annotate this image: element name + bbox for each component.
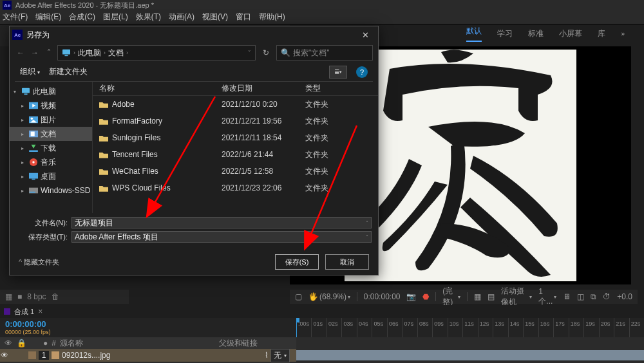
caret-right-icon[interactable]: ▸ — [21, 174, 26, 180]
status-snapshot-icon[interactable]: 📷 — [406, 292, 416, 301]
layer-label-swatch[interactable] — [28, 351, 36, 359]
status-mouse-icon[interactable]: ▢ — [295, 292, 302, 301]
hide-folders-toggle[interactable]: 隐藏文件夹 — [19, 257, 59, 267]
file-list-row[interactable]: WPS Cloud Files2021/12/23 22:06文件夹 — [93, 180, 378, 196]
savetype-dropdown[interactable]: Adobe After Effects 项目 ˅ — [71, 231, 372, 243]
caret-right-icon[interactable]: ▸ — [21, 117, 26, 123]
nav-back-icon[interactable]: ← — [15, 48, 26, 57]
comp-tab-close-icon[interactable]: × — [38, 307, 43, 316]
view-mode-button[interactable]: ≣ ▾ — [329, 66, 347, 79]
chevron-down-icon[interactable]: ˅ — [366, 220, 368, 226]
layer-row-1[interactable]: 👁 1 092012s....jpg ⌇ 无 ▾ — [0, 349, 296, 362]
status-channel-icon[interactable]: ⬣ — [422, 292, 429, 301]
svg-point-15 — [32, 161, 34, 163]
dialog-titlebar: Ae 另存为 ✕ — [10, 26, 378, 43]
path-pc[interactable]: 此电脑 — [78, 48, 101, 59]
status-camera[interactable]: 活动摄像机▾ — [501, 286, 532, 308]
ws-tab-learn[interactable]: 学习 — [497, 28, 513, 39]
status-tool1-icon[interactable]: 🖥 — [563, 292, 571, 301]
status-timecode[interactable]: 0:00:00:00 — [364, 292, 401, 301]
col-type[interactable]: 类型 — [305, 83, 378, 94]
ruler-tick: 16s — [538, 318, 553, 337]
newfolder-button[interactable]: 新建文件夹 — [49, 66, 88, 77]
file-list-header: 名称 修改日期 类型 — [93, 82, 378, 96]
col-date[interactable]: 修改日期 — [222, 83, 305, 94]
file-list-row[interactable]: Adobe2021/12/10 0:20文件夹 — [93, 96, 378, 113]
tree-videos[interactable]: ▸视频 — [10, 98, 92, 113]
timeline-track-area[interactable] — [296, 337, 644, 363]
menu-layer[interactable]: 图层(L) — [103, 12, 128, 23]
status-tool3-icon[interactable]: ⧉ — [591, 292, 596, 301]
layer-bar[interactable] — [296, 350, 644, 360]
file-list-row[interactable]: WeChat Files2022/1/5 12:58文件夹 — [93, 163, 378, 180]
chevron-down-icon[interactable]: ˅ — [366, 234, 368, 240]
menu-file[interactable]: 文件(F) — [3, 12, 28, 23]
path-docs[interactable]: 文档 — [108, 48, 124, 59]
footer-icon2[interactable]: ■ — [17, 292, 22, 301]
status-clock-icon[interactable]: ⏱ — [603, 292, 611, 301]
caret-right-icon[interactable]: ▸ — [21, 103, 26, 109]
ruler-tick: 05s — [372, 318, 386, 337]
tree-drive[interactable]: ▸Windows-SSD — [10, 183, 92, 198]
tree-downloads[interactable]: ▸下载 — [10, 141, 92, 155]
menu-comp[interactable]: 合成(C) — [69, 12, 95, 23]
layer-eye-icon[interactable]: 👁 — [0, 351, 9, 360]
cancel-button[interactable]: 取消 — [325, 254, 369, 270]
file-list-row[interactable]: FormatFactory2021/12/21 19:56文件夹 — [93, 113, 378, 129]
menu-anim[interactable]: 动画(A) — [169, 12, 194, 23]
file-list-row[interactable]: Sunlogin Files2021/12/11 18:54文件夹 — [93, 129, 378, 146]
tree-documents[interactable]: ▸文档 — [10, 127, 92, 141]
menu-edit[interactable]: 编辑(E) — [35, 12, 61, 23]
search-field[interactable]: 🔍 搜索"文档" — [276, 45, 373, 60]
help-button[interactable]: ? — [356, 66, 368, 78]
folder-icon — [99, 135, 108, 142]
status-zoom[interactable]: 🖐(68.9%)▾ — [308, 292, 350, 301]
timeline-timecode[interactable]: 0:00:00:00 — [5, 319, 291, 329]
menu-help[interactable]: 帮助(H) — [259, 12, 285, 23]
timeline-playhead[interactable] — [296, 318, 297, 337]
menu-window[interactable]: 窗口 — [236, 12, 251, 23]
tree-desktop[interactable]: ▸桌面 — [10, 169, 92, 183]
footer-trash-icon[interactable]: 🗑 — [52, 292, 59, 301]
save-button[interactable]: 保存(S) — [275, 254, 319, 270]
filename-input[interactable]: 无标题项目 ˅ — [71, 217, 372, 228]
pickwhip-icon[interactable]: ⌇ — [265, 351, 269, 360]
footer-icon1[interactable]: ▦ — [5, 292, 12, 301]
ws-tab-standard[interactable]: 标准 — [528, 28, 544, 39]
menu-effect[interactable]: 效果(T) — [136, 12, 161, 23]
layer-name[interactable]: 092012s....jpg — [62, 351, 110, 360]
status-grid-icon[interactable]: ▦ — [474, 292, 481, 301]
tree-pictures[interactable]: ▸图片 — [10, 113, 92, 127]
tree-music[interactable]: ▸音乐 — [10, 155, 92, 169]
col-name[interactable]: 名称 — [93, 83, 222, 94]
chevron-down-icon: ▾ — [284, 353, 287, 358]
status-guides-icon[interactable]: ▤ — [488, 292, 495, 301]
ws-overflow-icon[interactable]: » — [621, 30, 625, 37]
refresh-button[interactable]: ↻ — [258, 45, 274, 60]
caret-right-icon[interactable]: ▸ — [21, 160, 26, 165]
caret-right-icon[interactable]: ▸ — [21, 131, 26, 137]
caret-down-icon[interactable]: ▾ — [14, 89, 19, 95]
status-tool2-icon[interactable]: ◫ — [577, 292, 584, 301]
caret-right-icon[interactable]: ▸ — [21, 145, 26, 151]
caret-right-icon[interactable]: ▸ — [21, 188, 26, 194]
comp-tab-label[interactable]: 合成 1 — [14, 307, 34, 317]
timeline-ruler[interactable]: :00s01s02s03s04s05s06s07s08s09s10s11s12s… — [296, 318, 644, 337]
status-resolution[interactable]: (完整)▾ — [442, 286, 460, 308]
organize-button[interactable]: 组织 ▾ — [20, 66, 40, 77]
nav-forward-icon[interactable]: → — [29, 48, 41, 57]
status-exposure[interactable]: +0.0 — [617, 292, 632, 301]
dialog-close-icon[interactable]: ✕ — [355, 30, 375, 40]
nav-up-icon[interactable]: ˄ — [43, 48, 55, 57]
menu-view[interactable]: 视图(V) — [202, 12, 228, 23]
footer-bpc[interactable]: 8 bpc — [27, 292, 46, 301]
status-views[interactable]: 1个...▾ — [538, 287, 556, 307]
path-bar[interactable]: › 此电脑 › 文档 › ˅ — [57, 45, 256, 60]
layer-parent-dropdown[interactable]: 无 ▾ — [270, 349, 290, 362]
path-dropdown-icon[interactable]: ˅ — [248, 50, 251, 56]
tree-this-pc[interactable]: ▾ 此电脑 — [10, 84, 92, 98]
ws-tab-default[interactable]: 默认 — [466, 26, 482, 42]
file-list-row[interactable]: Tencent Files2022/1/6 21:44文件夹 — [93, 146, 378, 163]
ws-tab-library[interactable]: 库 — [598, 28, 605, 39]
ws-tab-small[interactable]: 小屏幕 — [559, 28, 582, 39]
